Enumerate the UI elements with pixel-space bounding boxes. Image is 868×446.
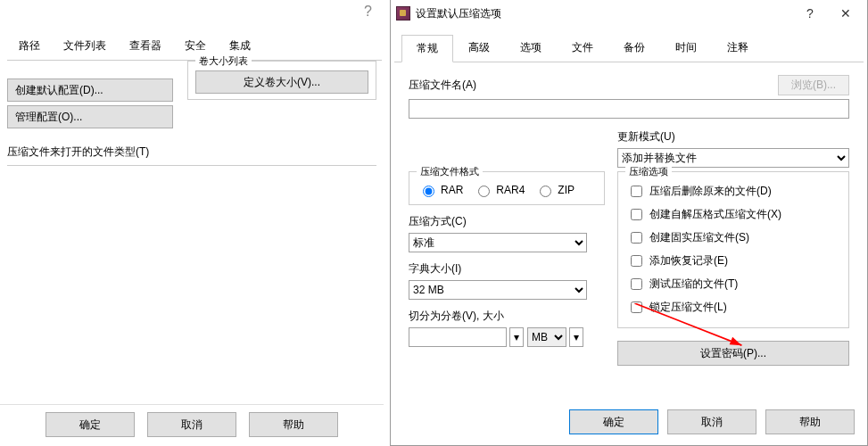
tab-files[interactable]: 文件 [557,34,608,62]
dropdown-icon-2[interactable]: ▾ [569,327,583,347]
opt-lock[interactable]: 锁定压缩文件(L) [627,299,839,316]
compression-options-dialog: 设置默认压缩选项 ? ✕ 常规 高级 选项 文件 备份 时间 注释 压缩文件名(… [390,0,868,446]
bg-help-button[interactable]: 帮助 [249,412,338,437]
method-select[interactable]: 标准 [409,233,587,252]
background-window: ? 路径 文件列表 查看器 安全 集成 创建默认配置(D)... 管理配置(O)… [0,0,393,446]
split-unit-select[interactable]: MB [527,327,566,347]
help-button[interactable]: ? [792,1,828,26]
update-mode-label: 更新模式(U) [617,129,849,145]
format-rar[interactable]: RAR [418,183,463,197]
format-group: 压缩文件格式 RAR RAR4 ZIP [409,171,605,205]
tab-general[interactable]: 常规 [401,35,453,62]
bg-footer: 确定 取消 帮助 [0,404,384,444]
dropdown-icon[interactable]: ▾ [509,327,524,347]
filetype-label: 压缩文件来打开的文件类型(T) [7,145,376,160]
format-zip[interactable]: ZIP [535,183,575,197]
split-label: 切分为分卷(V), 大小 [409,309,605,324]
archive-name-input[interactable] [409,99,849,119]
tab-comment[interactable]: 注释 [712,34,764,62]
opt-test[interactable]: 测试压缩的文件(T) [627,276,839,293]
close-button[interactable]: ✕ [828,1,864,26]
help-button-footer[interactable]: 帮助 [765,409,855,434]
tab-time[interactable]: 时间 [660,34,712,62]
ok-button[interactable]: 确定 [569,409,658,434]
method-label: 压缩方式(C) [409,214,605,229]
set-password-button[interactable]: 设置密码(P)... [617,341,849,366]
dialog-tab-strip: 常规 高级 选项 文件 备份 时间 注释 [394,27,864,62]
opt-sfx[interactable]: 创建自解压格式压缩文件(X) [627,206,839,223]
dialog-body: 压缩文件名(A) 浏览(B)... 更新模式(U) 添加并替换文件 压缩文件格式… [391,62,867,419]
archive-name-label: 压缩文件名(A) [409,78,778,93]
bg-cancel-button[interactable]: 取消 [147,412,236,437]
dict-select[interactable]: 32 MB [409,280,587,300]
bg-body: 创建默认配置(D)... 管理配置(O)... 卷大小列表 定义卷大小(V)..… [0,54,384,173]
divider [7,165,376,166]
dialog-title: 设置默认压缩选项 [416,6,792,21]
opt-recovery[interactable]: 添加恢复记录(E) [627,252,839,269]
compress-options-group: 压缩选项 压缩后删除原来的文件(D) 创建自解压格式压缩文件(X) 创建固实压缩… [617,171,849,328]
volume-size-group: 卷大小列表 定义卷大小(V)... [187,61,376,100]
tab-advanced[interactable]: 高级 [453,34,505,62]
opt-delete-after[interactable]: 压缩后删除原来的文件(D) [627,183,839,200]
define-volume-button[interactable]: 定义卷大小(V)... [195,70,368,94]
app-icon [396,6,410,21]
opt-solid[interactable]: 创建固实压缩文件(S) [627,229,839,246]
help-icon[interactable]: ? [364,4,372,20]
tab-backup[interactable]: 备份 [608,34,660,62]
browse-button[interactable]: 浏览(B)... [778,75,849,95]
create-default-config-button[interactable]: 创建默认配置(D)... [7,78,173,102]
format-rar4[interactable]: RAR4 [474,183,525,197]
split-size-input[interactable] [409,327,507,347]
bg-ok-button[interactable]: 确定 [45,412,135,437]
dialog-footer: 确定 取消 帮助 [562,402,862,442]
tab-options[interactable]: 选项 [505,34,557,62]
cancel-button[interactable]: 取消 [667,409,756,434]
manage-config-button[interactable]: 管理配置(O)... [7,105,173,128]
options-group-label: 压缩选项 [625,165,672,178]
dict-label: 字典大小(I) [409,261,605,277]
titlebar: 设置默认压缩选项 ? ✕ [391,0,867,27]
format-group-label: 压缩文件格式 [417,165,483,178]
volume-group-label: 卷大小列表 [195,54,252,68]
